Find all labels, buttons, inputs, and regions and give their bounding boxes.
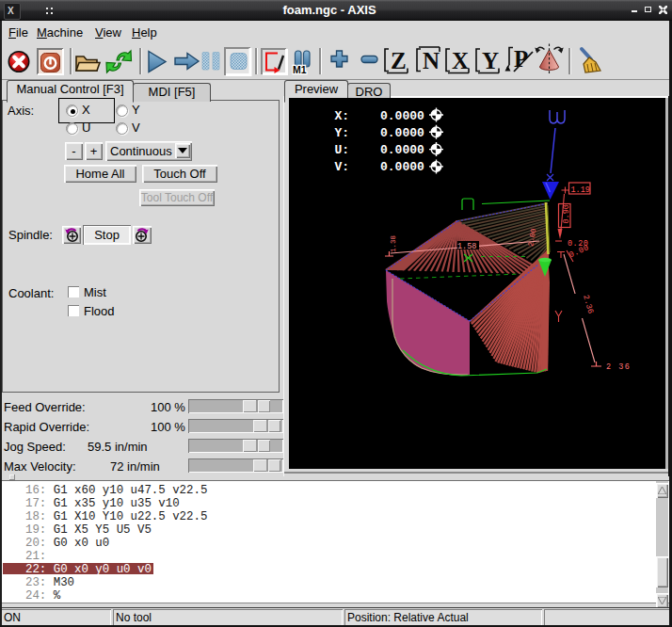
svg-text:Z: Z [391, 48, 407, 73]
svg-text:M1: M1 [293, 64, 307, 75]
svg-text:X: X [452, 48, 469, 73]
svg-text:1.19: 1.19 [571, 185, 590, 195]
svg-text:U:: U: [335, 143, 350, 157]
svg-text:0.0000: 0.0000 [380, 109, 424, 123]
svg-text:0.0000: 0.0000 [380, 126, 424, 140]
svg-text:0.0000: 0.0000 [380, 160, 424, 174]
svg-text:0.0000: 0.0000 [380, 143, 424, 157]
svg-text:1.38: 1.38 [390, 235, 397, 252]
svg-text:Y: Y [482, 48, 499, 73]
svg-text:1.58: 1.58 [457, 242, 476, 251]
svg-text:Y:: Y: [335, 126, 350, 140]
svg-text:N: N [423, 48, 440, 73]
svg-text:2 36: 2 36 [606, 362, 631, 372]
svg-text:0.90: 0.90 [562, 204, 571, 223]
svg-text:V:: V: [335, 160, 350, 174]
svg-text:X:: X: [335, 109, 350, 123]
